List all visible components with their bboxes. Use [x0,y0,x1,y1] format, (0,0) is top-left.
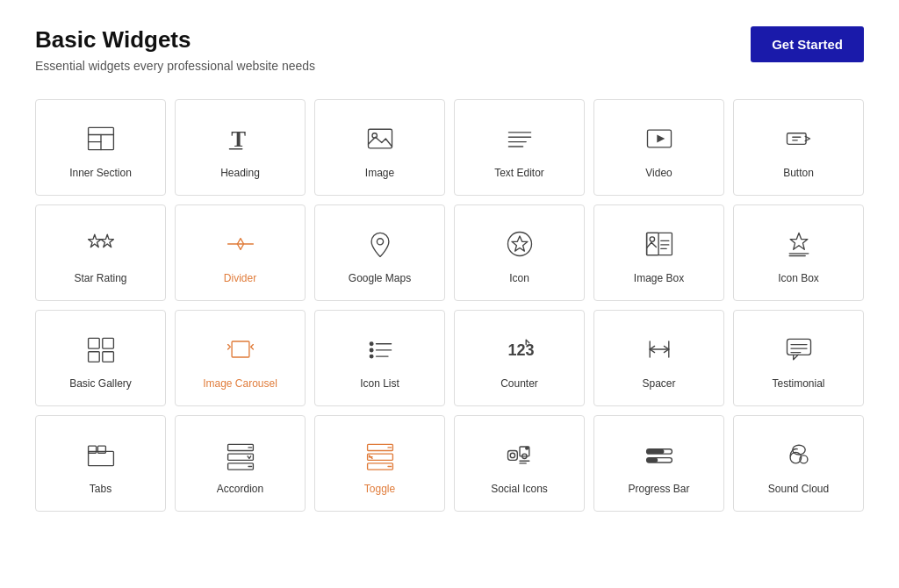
svg-rect-37 [102,352,113,362]
social-icons-icon [500,435,539,474]
widget-card-icon-list[interactable]: Icon List [314,310,445,406]
widget-card-basic-gallery[interactable]: Basic Gallery [35,310,166,406]
text-editor-icon [500,119,539,158]
svg-rect-6 [368,129,392,148]
widget-card-tabs[interactable]: Tabs [35,415,166,512]
social-icons-label: Social Icons [491,483,548,497]
svg-marker-17 [88,234,100,247]
google-maps-label: Google Maps [349,272,411,286]
basic-gallery-label: Basic Gallery [69,377,132,391]
svg-text:T: T [231,127,246,151]
spacer-label: Spacer [642,377,675,391]
tabs-icon [82,435,120,474]
svg-point-43 [370,355,373,359]
svg-rect-34 [88,339,99,349]
star-rating-label: Star Rating [74,272,126,286]
star-rating-icon [82,225,120,263]
testimonial-icon [780,330,818,369]
widget-card-image[interactable]: Image [314,99,445,196]
widget-card-google-maps[interactable]: Google Maps [314,204,445,301]
svg-marker-18 [101,234,113,247]
svg-marker-13 [657,135,665,143]
counter-label: Counter [500,377,538,391]
button-icon [780,119,818,158]
sound-cloud-label: Sound Cloud [768,483,829,497]
header-text: Basic Widgets Essential widgets every pr… [35,26,315,73]
button-label: Button [783,167,814,181]
get-started-button[interactable]: Get Started [751,26,864,62]
icon-box-icon [780,225,818,263]
svg-rect-36 [88,352,99,362]
page-subtitle: Essential widgets every professional web… [35,59,315,73]
divider-icon [221,225,260,263]
icon-icon [500,225,539,263]
widget-card-accordion[interactable]: Accordion [175,415,306,512]
widget-card-social-icons[interactable]: Social Icons [454,415,585,512]
sound-cloud-icon [780,435,818,474]
divider-label: Divider [224,272,256,286]
icon-label: Icon [509,272,529,286]
widget-card-video[interactable]: Video [593,99,724,196]
svg-rect-68 [507,451,517,461]
svg-rect-58 [227,454,253,460]
svg-point-71 [525,448,528,450]
widget-card-image-box[interactable]: Image Box [593,204,724,301]
svg-marker-31 [790,233,808,250]
toggle-icon [361,435,399,474]
progress-bar-icon [640,435,679,474]
svg-point-39 [370,342,373,346]
widgets-grid: Inner SectionTHeadingImageText EditorVid… [35,99,864,512]
svg-point-41 [370,348,373,352]
icon-list-label: Icon List [360,377,399,391]
svg-rect-38 [232,341,249,357]
progress-bar-label: Progress Bar [628,483,689,497]
accordion-icon [221,435,260,474]
video-label: Video [645,167,672,181]
icon-box-label: Icon Box [778,272,819,286]
widget-card-star-rating[interactable]: Star Rating [35,204,166,301]
spacer-icon [640,330,679,369]
svg-rect-14 [787,133,806,145]
image-box-label: Image Box [634,272,684,286]
widget-card-image-carousel[interactable]: Image Carousel [175,310,306,406]
widget-card-icon-box[interactable]: Icon Box [733,204,864,301]
inner-section-icon [82,119,120,158]
tabs-label: Tabs [90,483,111,497]
svg-text:123: 123 [507,341,534,359]
widget-card-progress-bar[interactable]: Progress Bar [593,415,724,512]
text-editor-label: Text Editor [494,167,544,181]
widget-card-button[interactable]: Button [733,99,864,196]
widget-card-heading[interactable]: THeading [175,99,306,196]
svg-rect-78 [646,458,658,463]
svg-marker-24 [512,236,528,251]
svg-rect-35 [102,339,113,349]
widget-card-counter[interactable]: 123Counter [454,310,585,406]
basic-gallery-icon [82,330,120,369]
video-icon [640,119,679,158]
widget-card-testimonial[interactable]: Testimonial [733,310,864,406]
counter-icon: 123 [500,330,539,369]
page-header: Basic Widgets Essential widgets every pr… [35,26,864,73]
icon-list-icon [361,330,399,369]
testimonial-label: Testimonial [772,377,824,391]
image-carousel-label: Image Carousel [203,377,277,391]
widget-card-spacer[interactable]: Spacer [593,310,724,406]
accordion-label: Accordion [217,483,263,497]
widget-card-inner-section[interactable]: Inner Section [35,99,166,196]
image-label: Image [365,167,394,181]
google-maps-icon [361,225,399,263]
widget-card-divider[interactable]: Divider [175,204,306,301]
image-carousel-icon [221,330,260,369]
heading-label: Heading [220,167,260,181]
svg-point-27 [650,237,654,241]
heading-icon: T [221,119,260,158]
inner-section-label: Inner Section [69,167,132,181]
toggle-label: Toggle [364,483,395,497]
svg-rect-76 [646,449,664,454]
widget-card-toggle[interactable]: Toggle [314,415,445,512]
widget-card-sound-cloud[interactable]: Sound Cloud [733,415,864,512]
widget-card-text-editor[interactable]: Text Editor [454,99,585,196]
widget-card-icon[interactable]: Icon [454,204,585,301]
page-title: Basic Widgets [35,26,315,54]
svg-point-69 [510,453,514,457]
